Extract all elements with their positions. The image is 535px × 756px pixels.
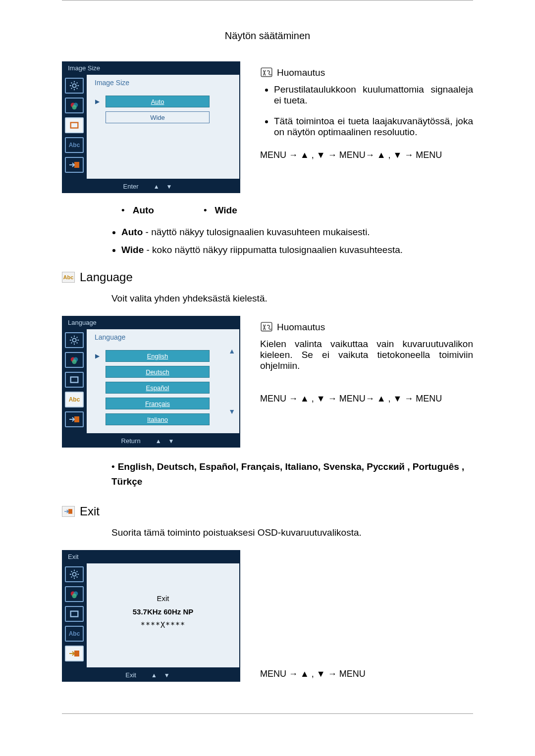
tab-size-icon xyxy=(65,117,84,133)
tab-exit-icon xyxy=(65,157,84,173)
note-heading: Huomautus xyxy=(260,66,473,79)
svg-rect-11 xyxy=(71,377,78,383)
osd-tabs: Abc xyxy=(63,75,86,179)
osd-option[interactable]: English xyxy=(106,350,210,362)
osd-subtitle: Image Size xyxy=(95,79,235,87)
osd-option[interactable]: Français xyxy=(106,398,210,409)
osd-statusbar: Return▲▼ xyxy=(62,434,240,448)
osd-language: Language Abc xyxy=(62,316,240,448)
tab-color-icon xyxy=(65,352,84,368)
exit-icon xyxy=(62,506,75,517)
tab-color-icon xyxy=(65,586,84,602)
osd-title: Language xyxy=(62,316,240,329)
svg-point-7 xyxy=(72,338,76,342)
section-language: Abc Language xyxy=(62,270,473,284)
nav-sequence: MENU → ▲ , ▼ → MENU xyxy=(260,666,366,682)
option-row: Auto Wide xyxy=(121,205,473,216)
scroll-down-icon[interactable]: ▼ xyxy=(228,407,235,415)
tab-brightness-icon xyxy=(65,78,84,94)
exit-line: Exit xyxy=(157,594,169,603)
osd-option-wide[interactable]: Wide xyxy=(106,111,210,123)
note-heading: Huomautus xyxy=(260,321,473,334)
exit-intro: Suorita tämä toiminto poistuaksesi OSD-k… xyxy=(111,527,473,538)
option-descriptions: Auto - näyttö näkyy tulosignaalien kuvas… xyxy=(121,227,473,255)
svg-rect-12 xyxy=(74,416,79,422)
tab-color-icon xyxy=(65,98,84,113)
language-icon: Abc xyxy=(62,272,75,283)
osd-tabs: Abc xyxy=(63,563,86,667)
svg-rect-5 xyxy=(74,162,79,168)
tab-size-icon xyxy=(65,372,84,388)
osd-option-auto[interactable]: Auto xyxy=(106,96,210,107)
svg-point-0 xyxy=(72,84,76,87)
exit-line: ****X**** xyxy=(141,621,185,630)
tab-size-icon xyxy=(65,606,84,622)
osd-statusbar: Enter▲▼ xyxy=(62,180,240,193)
section-exit: Exit xyxy=(62,504,473,518)
svg-rect-20 xyxy=(74,651,79,656)
osd-option[interactable]: Español xyxy=(106,382,210,394)
osd-tabs: Abc xyxy=(63,329,86,433)
note-text: Kielen valinta vaikuttaa vain kuvaruutuv… xyxy=(260,339,473,371)
nav-sequence: MENU → ▲ , ▼ → MENU→ ▲ , ▼ → MENU xyxy=(260,148,473,163)
osd-option[interactable]: Deutsch xyxy=(106,366,210,378)
osd-image-size: Image Size Abc xyxy=(62,61,240,193)
osd-exit: Exit Abc xyxy=(62,550,240,682)
tab-language-icon: Abc xyxy=(65,392,84,407)
language-all-list: •English, Deutsch, Español, Français, It… xyxy=(111,459,473,490)
osd-statusbar: Exit▲▼ xyxy=(62,668,240,682)
osd-option[interactable]: Italiano xyxy=(106,413,210,425)
tab-brightness-icon xyxy=(65,332,84,348)
tab-exit-icon xyxy=(65,646,84,661)
osd-subtitle: Language xyxy=(95,333,235,341)
svg-rect-4 xyxy=(71,123,78,128)
note-item: Tätä toimintoa ei tueta laajakuvanäytöss… xyxy=(274,116,473,138)
nav-sequence: MENU → ▲ , ▼ → MENU→ ▲ , ▼ → MENU xyxy=(260,391,473,406)
tab-exit-icon xyxy=(65,411,84,427)
svg-rect-14 xyxy=(68,509,72,514)
page-title: Näytön säätäminen xyxy=(62,30,473,42)
svg-rect-19 xyxy=(71,611,78,616)
note-item: Perustilataulukkoon kuulumattomia signaa… xyxy=(274,84,473,106)
svg-point-18 xyxy=(72,594,76,598)
tab-language-icon: Abc xyxy=(65,626,84,642)
language-intro: Voit valita yhden yhdeksästä kielestä. xyxy=(111,293,473,304)
svg-point-3 xyxy=(72,105,76,109)
note-list: Perustilataulukkoon kuulumattomia signaa… xyxy=(260,84,473,138)
osd-title: Image Size xyxy=(62,61,240,75)
exit-line: 53.7KHz 60Hz NP xyxy=(133,607,194,616)
tab-language-icon: Abc xyxy=(65,137,84,153)
tab-brightness-icon xyxy=(65,566,84,582)
svg-point-15 xyxy=(72,572,76,576)
osd-title: Exit xyxy=(62,550,240,563)
svg-point-10 xyxy=(72,359,76,364)
